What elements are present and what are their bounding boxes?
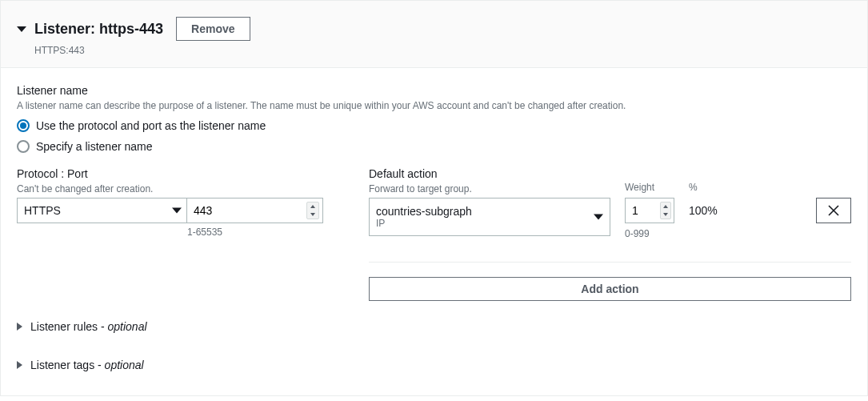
radio-label-2: Specify a listener name	[36, 140, 153, 153]
card-header: Listener: https-443 Remove HTTPS:443	[1, 1, 867, 68]
remove-button[interactable]: Remove	[176, 17, 250, 41]
listener-rules-section[interactable]: Listener rules - optional	[17, 320, 851, 333]
radio-unselected-icon	[17, 140, 30, 153]
listener-name-section: Listener name A listener name can descri…	[17, 84, 851, 153]
card-body: Listener name A listener name can descri…	[1, 68, 867, 395]
tags-optional: optional	[105, 359, 144, 371]
listener-tags-section[interactable]: Listener tags - optional	[17, 359, 851, 371]
listener-name-label: Listener name	[17, 84, 851, 97]
protocol-select[interactable]: HTTPS	[17, 198, 187, 223]
protocol-port-label: Protocol : Port	[17, 167, 345, 180]
weight-stepper[interactable]	[660, 202, 671, 219]
step-down-icon	[663, 213, 668, 216]
target-group-col: countries-subgraph IP	[369, 198, 610, 236]
close-icon	[828, 205, 839, 216]
chevron-down-icon	[594, 215, 603, 220]
step-down-icon	[310, 213, 315, 216]
divider	[369, 262, 851, 263]
default-action-label: Default action	[369, 167, 851, 180]
chevron-down-icon	[172, 208, 182, 214]
weight-range-hint: 0-999	[625, 228, 674, 239]
radio-use-protocol-port[interactable]: Use the protocol and port as the listene…	[17, 119, 851, 132]
port-stepper[interactable]	[306, 202, 319, 219]
percent-col: % 100%	[689, 198, 718, 223]
default-action-section: Default action Forward to target group. …	[369, 167, 851, 301]
default-action-hint: Forward to target group.	[369, 183, 851, 194]
protocol-port-hint: Can't be changed after creation.	[17, 183, 345, 194]
port-input-wrap	[187, 198, 323, 223]
rules-optional: optional	[107, 320, 146, 333]
collapse-toggle[interactable]: Listener: https-443	[17, 21, 163, 38]
listener-subtitle: HTTPS:443	[34, 45, 851, 56]
port-range-hint: 1-65535	[187, 227, 345, 238]
target-group-select[interactable]: countries-subgraph IP	[369, 198, 610, 236]
step-up-icon	[663, 205, 668, 208]
radio-specify-name[interactable]: Specify a listener name	[17, 140, 851, 153]
radio-selected-icon	[17, 119, 30, 132]
name-radio-group: Use the protocol and port as the listene…	[17, 119, 851, 153]
listener-card: Listener: https-443 Remove HTTPS:443 Lis…	[0, 0, 868, 396]
listener-title: Listener: https-443	[34, 21, 163, 38]
target-group-type: IP	[376, 218, 586, 229]
rules-label: Listener rules -	[30, 320, 107, 333]
tags-label: Listener tags -	[30, 359, 105, 371]
caret-down-icon	[17, 26, 26, 32]
weight-label: Weight	[625, 182, 674, 193]
port-input[interactable]	[187, 198, 322, 223]
protocol-value: HTTPS	[24, 204, 61, 217]
caret-right-icon	[17, 323, 22, 331]
add-action-button[interactable]: Add action	[369, 277, 851, 301]
step-up-icon	[310, 205, 315, 208]
target-group-name: countries-subgraph	[376, 205, 586, 218]
title-row: Listener: https-443 Remove	[17, 17, 851, 41]
weight-col: Weight 0-999	[625, 198, 674, 239]
percent-label: %	[689, 182, 718, 193]
percent-value: 100%	[689, 198, 718, 223]
radio-label-1: Use the protocol and port as the listene…	[36, 119, 266, 132]
caret-right-icon	[17, 361, 22, 369]
listener-name-desc: A listener name can describe the purpose…	[17, 100, 851, 111]
remove-action-button[interactable]	[816, 198, 851, 223]
protocol-port-section: Protocol : Port Can't be changed after c…	[17, 167, 345, 301]
